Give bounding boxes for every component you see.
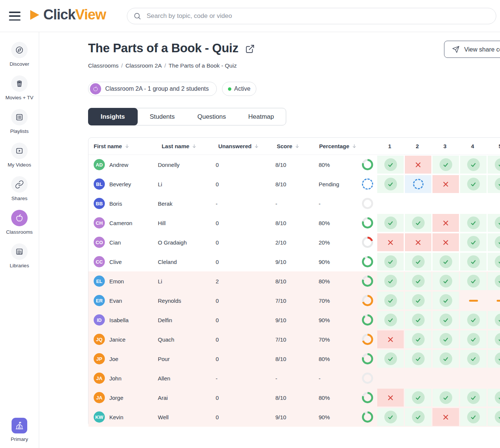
sort-down-icon[interactable] [124,143,130,149]
answer-cell-wrong [432,408,459,426]
check-icon [495,236,500,249]
answer-cell-correct [488,156,500,174]
table-row[interactable]: CCCliveCleland09/1090% [88,252,500,271]
tab-questions[interactable]: Questions [187,108,237,125]
first-name: Jorge [109,395,124,401]
tab-bar: Insights Students Questions Heatmap [88,108,286,125]
answer-cell-correct [377,408,404,426]
sidebar-item-label: My Videos [2,162,37,168]
score-ring [362,276,373,287]
answer-cell-correct [488,408,500,426]
check-icon [495,391,500,404]
sort-down-icon[interactable] [191,143,197,149]
answers-cell [377,389,500,407]
unanswered-cell: 0 [216,181,275,187]
table-row[interactable]: EREvanReynolds07/1070% [88,291,500,310]
col-unanswered[interactable]: Unanswered [218,143,277,149]
classroom-badge-label: Classroom 2A - 1 group and 2 students [105,85,209,92]
sort-down-icon[interactable] [294,143,300,149]
sidebar-item-playlists[interactable]: Playlists [1,109,38,135]
sidebar-item-shares[interactable]: Shares [1,176,38,202]
percentage-cell: 80% [319,395,357,401]
classroom-badge[interactable]: Classroom 2A - 1 group and 2 students [88,82,217,96]
table-row[interactable]: CHCameronHill08/1080% [88,213,500,233]
table-row[interactable]: JAJorgeArai08/1080% [88,388,500,407]
last-name-cell: Allen [158,375,216,382]
x-icon [387,239,394,246]
sidebar-item-my-videos[interactable]: My Videos [1,143,38,168]
first-name-cell: JAJohn [88,373,158,384]
table-row[interactable]: BBBorisBerak--- [88,194,500,213]
unanswered-cell: 0 [216,162,275,168]
answer-cell-correct [460,350,487,368]
table-row[interactable]: COCianO Gradaigh02/1020% [88,233,500,252]
score-cell: 8/10 [275,278,319,284]
avatar: AD [94,159,105,170]
col-first-name[interactable]: First name [88,143,162,149]
tab-heatmap[interactable]: Heatmap [237,108,286,125]
col-last-name[interactable]: Last name [162,143,218,149]
answer-cell-correct [488,272,500,290]
avatar: CH [94,217,105,228]
sidebar-item-movies-tv[interactable]: Movies + TV [1,75,38,101]
answer-cell-correct [377,175,404,193]
tab-insights[interactable]: Insights [88,108,138,125]
check-icon [384,255,397,268]
unanswered-cell: - [216,375,275,382]
search-input[interactable] [146,12,490,20]
sort-down-icon[interactable] [254,143,259,149]
clickview-logo[interactable]: ClickView [29,7,106,23]
breadcrumb-classrooms[interactable]: Classrooms [88,62,119,69]
top-bar: ClickView [0,0,500,32]
answer-cell-correct [460,156,487,174]
answer-cell-correct [377,214,404,232]
table-row[interactable]: ADAndrewDonnelly08/1080% [88,155,500,174]
table-row[interactable]: IDIsabellaDelfin09/1090% [88,310,500,330]
check-icon [495,255,500,268]
table-row[interactable]: KWKevinWell09/1090% [88,407,500,427]
last-name-cell: Pour [158,356,216,362]
check-icon [412,217,425,229]
table-row[interactable]: JPJoePour08/1080% [88,349,500,368]
active-dot-icon [228,87,231,91]
score-cell: 8/10 [275,356,319,362]
table-row[interactable]: ELEmonLi28/1080% [88,271,500,291]
check-icon [467,333,480,346]
answer-cell-wrong [377,389,404,407]
check-icon [467,236,480,249]
table-body: ADAndrewDonnelly08/1080%BLBeverleyLi08/1… [88,155,500,427]
check-icon [384,178,397,190]
percentage-cell: 80% [319,356,357,362]
sort-down-icon[interactable] [351,143,357,149]
percentage-cell: 80% [319,220,357,226]
last-name-cell: Cleland [158,259,216,265]
avatar: CC [94,256,105,267]
col-question-5: 5 [487,143,500,149]
external-link-icon[interactable] [245,44,255,54]
sidebar-item-discover[interactable]: Discover [1,42,38,68]
avatar: BB [94,198,105,209]
answer-cell-correct [460,214,487,232]
answer-cell-correct [432,311,459,329]
hamburger-menu-icon[interactable] [9,12,21,21]
tab-students[interactable]: Students [138,108,187,125]
ring-cell [357,373,377,384]
answer-cell-correct [460,272,487,290]
breadcrumb-classroom-2a[interactable]: Classroom 2A [125,62,162,69]
col-score[interactable]: Score [277,143,319,149]
sidebar-item-classrooms[interactable]: Classrooms [1,210,38,236]
results-table: First name Last name Unanswered Score Pe… [88,137,500,426]
answers-cell [377,233,500,251]
search-bar[interactable] [127,8,496,24]
sidebar-item-primary[interactable]: Primary [0,418,39,443]
table-row[interactable]: BLBeverleyLi08/10Pending [88,174,500,194]
sidebar-item-libraries[interactable]: Libraries [1,243,38,269]
col-percentage[interactable]: Percentage [319,143,357,149]
table-row[interactable]: JAJohnAllen--- [88,368,500,388]
answer-cell-correct [488,233,500,251]
view-share-code-button[interactable]: View share code [444,41,500,58]
send-icon [452,46,460,53]
score-cell: 8/10 [275,220,319,226]
table-row[interactable]: JQJaniceQuach07/1070% [88,330,500,349]
ring-cell [357,392,377,403]
